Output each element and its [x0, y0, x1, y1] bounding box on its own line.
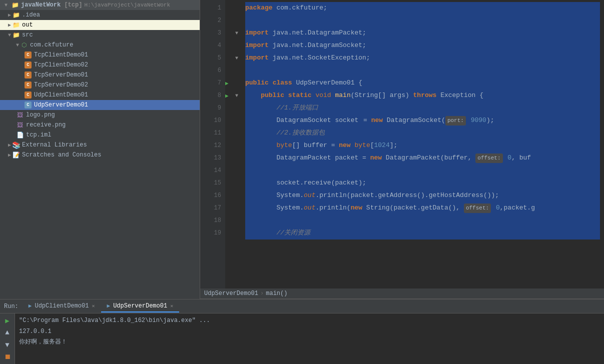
tree-item-label: UdpServerDemo01	[34, 102, 88, 108]
code-line-3: import java.net.DatagramPacket;	[245, 27, 600, 40]
code-line-19: //关闭资源	[245, 227, 600, 240]
code-line-13: DatagramPacket packet = new DatagramPack…	[245, 152, 600, 164]
editor-area: 1 2 3 4 5 6 7 8 9 10 11 12 13 14 15 16 1…	[200, 0, 604, 299]
tree-UdpServerDemo01[interactable]: C UdpServerDemo01	[0, 100, 200, 110]
tree-TcpClientDemo02[interactable]: C TcpClientDemo02	[0, 60, 200, 70]
code-line-17: System.out.println(new String(packet.get…	[245, 202, 600, 214]
image-icon: 🖼	[16, 111, 24, 119]
line-num-5: 5	[204, 52, 221, 64]
tree-item-label: UdpClientDemo01	[34, 92, 88, 98]
tree-TcpServerDemo02[interactable]: C TcpServerDemo02	[0, 80, 200, 90]
folder-icon: 📁	[11, 1, 19, 9]
java-class-icon: C	[24, 81, 32, 89]
line-num-4: 4	[204, 40, 221, 52]
chevron-right-icon: ▶	[8, 152, 11, 158]
run-up-button[interactable]: ▲	[2, 328, 13, 338]
breadcrumb-method: main()	[266, 290, 287, 297]
code-line-4: import java.net.DatagramSocket;	[245, 40, 600, 52]
run-tab-label: UdpServerDemo01	[113, 302, 167, 310]
chevron-down-icon: ▼	[8, 32, 11, 38]
line-num-19: 19	[204, 227, 221, 240]
code-line-11: //2.接收数据包	[245, 127, 600, 140]
tree-UdpClientDemo01[interactable]: C UdpClientDemo01	[0, 90, 200, 100]
run-tab-icon: ▶	[107, 302, 111, 309]
run-play-button[interactable]: ▶	[2, 316, 13, 326]
line-num-8: 8	[204, 90, 221, 102]
image-icon: 🖼	[16, 121, 24, 129]
tree-item-label: TcpClientDemo01	[34, 52, 88, 58]
code-container: 1 2 3 4 5 6 7 8 9 10 11 12 13 14 15 16 1…	[200, 0, 604, 288]
code-line-15: socket.receive(packet);	[245, 177, 600, 190]
run-output-line-2: 127.0.0.1	[19, 326, 600, 338]
folder-icon: 📁	[12, 11, 20, 19]
run-toolbar: ▶ ▲ ▼ ⏹	[0, 314, 15, 364]
tree-out[interactable]: ▶ 📁 out	[0, 20, 200, 30]
run-output-line-1: "C:\Program Files\Java\jdk1.8.0_162\bin\…	[19, 316, 600, 326]
close-tab-icon[interactable]: ✕	[170, 303, 173, 309]
run-arrow-7[interactable]: ▶	[225, 77, 235, 90]
fold-5[interactable]: ▼	[235, 52, 241, 64]
run-tab-icon: ▶	[29, 302, 32, 309]
tree-idea[interactable]: ▶ 📁 .idea	[0, 10, 200, 20]
code-line-12: byte[] buffer = new byte[1024];	[245, 140, 600, 152]
project-name: javaNetWork [tcp]	[21, 2, 82, 8]
package-icon: ⬡	[20, 41, 28, 49]
run-stop-button[interactable]: ⏹	[2, 352, 13, 362]
code-line-2	[245, 14, 600, 27]
run-tab-label: UdpClientDemo01	[35, 302, 89, 310]
line-num-16: 16	[204, 190, 221, 202]
code-line-14	[245, 164, 600, 177]
line-num-13: 13	[204, 152, 221, 164]
tree-tcp-iml[interactable]: 📄 tcp.iml	[0, 130, 200, 140]
code-line-7: public class UdpServerDemo01 {	[245, 77, 600, 90]
java-class-icon: C	[24, 91, 32, 99]
fold-8[interactable]: ▼	[235, 90, 241, 102]
tree-receive-png[interactable]: 🖼 receive.png	[0, 120, 200, 130]
tab-UdpServerDemo01[interactable]: ▶ UdpServerDemo01 ✕	[101, 300, 180, 312]
breadcrumb-separator: ›	[260, 290, 264, 297]
library-icon: 📚	[12, 141, 20, 149]
code-line-10: DatagramSocket socket = new DatagramSock…	[245, 114, 600, 127]
tree-item-label: logo.png	[26, 112, 55, 118]
run-panel: Run: ▶ UdpClientDemo01 ✕ ▶ UdpServerDemo…	[0, 299, 604, 364]
line-num-15: 15	[204, 177, 221, 190]
code-line-16: System.out.println(packet.getAddress().g…	[245, 190, 600, 202]
tree-package[interactable]: ▼ ⬡ com.ckfuture	[0, 40, 200, 50]
tree-external-libraries[interactable]: ▶ 📚 External Libraries	[0, 140, 200, 150]
tree-item-label: com.ckfuture	[30, 42, 73, 48]
tree-src[interactable]: ▼ 📁 src	[0, 30, 200, 40]
run-down-button[interactable]: ▼	[2, 340, 13, 350]
tree-item-label: out	[22, 22, 33, 28]
tree-item-label: receive.png	[26, 122, 66, 128]
chevron-right-icon: ▶	[8, 12, 11, 18]
tab-UdpClientDemo01[interactable]: ▶ UdpClientDemo01 ✕	[23, 300, 101, 312]
close-tab-icon[interactable]: ✕	[92, 303, 95, 309]
scratch-icon: 📝	[12, 151, 20, 159]
line-num-18: 18	[204, 214, 221, 227]
run-body: ▶ ▲ ▼ ⏹ "C:\Program Files\Java\jdk1.8.0_…	[0, 314, 604, 364]
run-arrow-8[interactable]: ▶	[225, 90, 235, 102]
code-line-1: package com.ckfuture;	[245, 2, 600, 14]
folder-icon: 📁	[12, 31, 20, 39]
tree-item-label: TcpClientDemo02	[34, 62, 88, 68]
java-class-icon: C	[24, 51, 32, 59]
iml-icon: 📄	[16, 131, 24, 139]
code-editor[interactable]: package com.ckfuture; import java.net.Da…	[241, 0, 604, 288]
tree-TcpClientDemo01[interactable]: C TcpClientDemo01	[0, 50, 200, 60]
tree-TcpServerDemo01[interactable]: C TcpServerDemo01	[0, 70, 200, 80]
line-num-7: 7	[204, 77, 221, 90]
file-tree: ▼ 📁 javaNetWork [tcp] H:\javaProject\jav…	[0, 0, 200, 299]
chevron-down-icon: ▼	[2, 1, 10, 9]
tree-project-root[interactable]: ▼ 📁 javaNetWork [tcp] H:\javaProject\jav…	[0, 0, 200, 10]
tree-logo-png[interactable]: 🖼 logo.png	[0, 110, 200, 120]
run-tabs-bar: Run: ▶ UdpClientDemo01 ✕ ▶ UdpServerDemo…	[0, 300, 604, 314]
tree-scratches-consoles[interactable]: ▶ 📝 Scratches and Consoles	[0, 150, 200, 160]
run-label: Run:	[4, 303, 19, 310]
folder-icon: 📁	[12, 21, 20, 29]
line-num-11: 11	[204, 127, 221, 140]
java-class-icon: C	[24, 101, 32, 109]
tree-item-label: External Libraries	[22, 142, 87, 148]
code-line-5: import java.net.SocketException;	[245, 52, 600, 64]
code-line-9: //1.开放端口	[245, 102, 600, 114]
fold-3[interactable]: ▼	[235, 27, 241, 40]
